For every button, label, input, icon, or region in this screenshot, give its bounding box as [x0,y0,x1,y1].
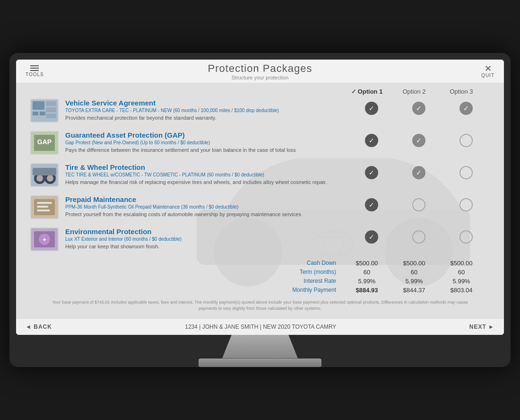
option-2-header: Option 2 [390,88,438,95]
radio-circle[interactable] [459,230,473,244]
summary-val-1: $500.00 [343,260,390,267]
summary-val-1: 60 [343,269,390,276]
option-1-radio[interactable]: ✓ [348,100,395,115]
option-2-radio[interactable]: ✓ [395,164,442,179]
product-options: ✓ [348,228,490,244]
page-title: Protection Packages [208,62,312,75]
product-name: Vehicle Service Agreement [65,99,348,107]
summary-row: Cash Down $500.00 $500.00 $500.00 [35,260,485,267]
radio-circle[interactable]: ✓ [365,230,378,244]
product-info: Prepaid Maintenance PPM-36 Month Full-Sy… [65,195,348,218]
svg-rect-26 [37,202,52,204]
svg-rect-23 [33,168,56,175]
option-3-radio[interactable]: ✓ [442,100,490,115]
options-header: ✓Option 1 Option 2 Option 3 [30,88,490,95]
tools-menu[interactable]: TOOLS [26,65,44,77]
radio-circle[interactable] [412,198,425,211]
option-1-radio[interactable]: ✓ [348,132,395,147]
next-button[interactable]: NEXT ► [469,324,494,330]
page-subtitle: Structure your protection [208,75,312,80]
radio-circle[interactable] [412,230,425,244]
radio-circle[interactable]: ✓ [412,166,425,179]
summary-row: Monthly Payment $884.93 $844.37 $803.04 [35,287,485,294]
product-image: GAP [30,131,59,155]
product-desc: Help your car keep that showroom finish. [65,243,348,250]
summary-row: Interest Rate 5.99% 5.99% 5.99% [35,278,485,285]
radio-circle[interactable]: ✓ [365,134,378,147]
radio-circle[interactable]: ✓ [412,134,425,147]
summary-val-3: 60 [438,269,485,276]
option-1-radio[interactable]: ✓ [348,196,395,211]
product-desc: Protect yourself from the escalating cos… [65,211,348,218]
radio-circle[interactable] [459,166,473,179]
summary-val-3: $500.00 [438,260,485,267]
product-subtitle: PPM-36 Month Full-Synthetic Oil Prepaid … [65,204,348,210]
svg-rect-13 [46,107,56,112]
option-3-radio[interactable] [442,196,490,211]
radio-circle[interactable]: ✓ [459,102,473,115]
option-2-radio[interactable]: ✓ [395,132,442,147]
quit-button[interactable]: ✕ QUIT [481,64,494,78]
product-row: ✦ Environmental Protection Lux XT Exteri… [30,228,490,251]
radio-circle[interactable] [459,134,473,147]
option-2-radio[interactable] [395,228,442,244]
svg-rect-10 [33,112,38,115]
product-image [30,99,59,122]
summary-val-3: $803.04 [438,287,485,294]
radio-circle[interactable]: ✓ [365,198,378,211]
product-name: Prepaid Maintenance [65,195,348,203]
product-info: Vehicle Service Agreement TOYOTA EXTRA C… [65,99,348,122]
product-subtitle: Gap Protect (New and Pre-Owned) (Up to 6… [65,140,348,145]
product-desc: Provides mechanical protection far beyon… [65,114,348,122]
product-desc: Pays the difference between the insuranc… [65,147,348,154]
summary-val-2: 60 [390,269,438,276]
option-3-radio[interactable] [442,228,490,244]
header: TOOLS Protection Packages Structure your… [16,60,504,83]
option-3-radio[interactable] [442,132,490,147]
radio-circle[interactable]: ✓ [365,102,378,115]
radio-circle[interactable] [459,198,473,211]
products-list: Vehicle Service Agreement TOYOTA EXTRA C… [30,99,490,251]
svg-text:GAP: GAP [37,138,52,146]
content-area: ✓Option 1 Option 2 Option 3 Vehicle Serv… [16,83,504,318]
product-row: GAP Guaranteed Asset Protection (GAP) Ga… [30,131,490,155]
option-1-radio[interactable]: ✓ [348,164,395,179]
svg-rect-9 [33,101,44,110]
svg-point-22 [47,175,53,182]
option-3-radio[interactable] [442,164,490,179]
product-subtitle: Lux XT Exterior and Interior (60 months … [65,236,348,242]
summary-val-2: $844.37 [390,287,438,294]
tools-label: TOOLS [26,72,44,77]
svg-rect-11 [40,112,45,115]
footer: ◄ BACK 1234 | JOHN & JANE SMITH | NEW 20… [16,318,504,335]
product-name: Environmental Protection [65,228,348,236]
summary-label: Term (months) [277,269,343,276]
back-button[interactable]: ◄ BACK [26,324,52,330]
option-2-radio[interactable] [395,196,442,211]
product-options: ✓✓ [348,131,490,147]
svg-point-20 [36,175,43,182]
summary-label: Monthly Payment [277,287,343,294]
radio-circle[interactable]: ✓ [412,102,425,115]
summary-label: Cash Down [277,260,343,267]
header-center: Protection Packages Structure your prote… [208,62,312,80]
product-name: Tire & Wheel Protection [65,163,348,171]
option-2-radio[interactable]: ✓ [395,100,442,115]
footer-info: 1234 | JOHN & JANE SMITH | NEW 2020 TOYO… [185,324,336,330]
disclaimer-text: Your base payment of $745.01 includes ap… [30,296,490,313]
product-image [30,163,59,187]
summary-label: Interest Rate [277,278,343,285]
close-icon: ✕ [485,64,492,73]
monitor-base [199,359,321,367]
option-1-header: ✓Option 1 [343,88,390,95]
svg-rect-27 [37,206,48,208]
summary-val-1: $884.93 [343,287,390,294]
summary-table: Cash Down $500.00 $500.00 $500.00 Term (… [30,260,490,294]
option-1-radio[interactable]: ✓ [348,228,395,244]
radio-circle[interactable]: ✓ [365,166,378,179]
product-info: Tire & Wheel Protection TEC TIRE & WHEEL… [65,163,348,186]
product-options: ✓✓ [348,163,490,179]
option-3-header: Option 3 [438,88,485,95]
product-info: Environmental Protection Lux XT Exterior… [65,228,348,250]
product-row: Vehicle Service Agreement TOYOTA EXTRA C… [30,99,490,122]
